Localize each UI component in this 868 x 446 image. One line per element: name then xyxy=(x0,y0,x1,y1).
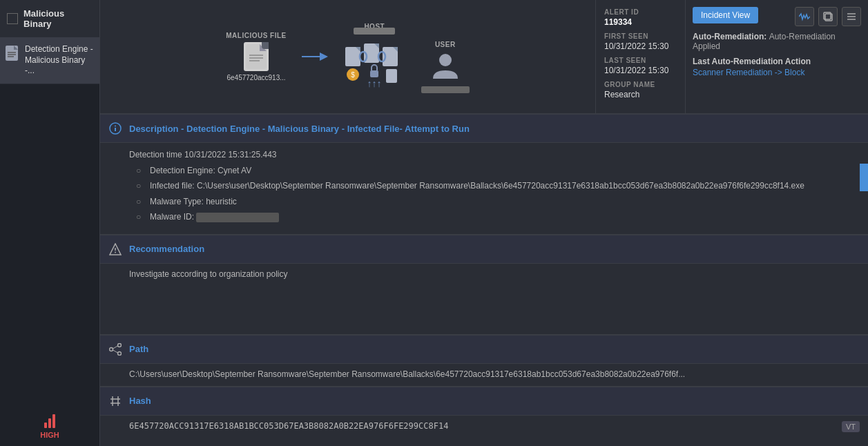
user-avatar xyxy=(433,51,458,81)
svg-line-40 xyxy=(113,346,118,349)
graph-area: MALICIOUS FILE 6e457720acc913... xyxy=(100,0,595,113)
svg-text:↑↑↑: ↑↑↑ xyxy=(367,78,381,88)
user-redacted xyxy=(421,86,470,93)
hash-row: 6E457720ACC91317E6318AB1BCC053D67EA3B808… xyxy=(100,416,868,438)
description-bullets: Detection Engine: Cynet AV Infected file… xyxy=(129,164,847,224)
user-label: USER xyxy=(435,41,456,48)
bullet-2: Infected file: C:\Users\user\Desktop\Sep… xyxy=(136,180,847,193)
vt-badge-area: VT xyxy=(833,416,868,437)
vt-badge[interactable]: VT xyxy=(842,421,860,432)
hash-section: Hash 6E457720ACC91317E6318AB1BCC053D67EA… xyxy=(100,387,868,438)
svg-rect-12 xyxy=(345,47,360,66)
group-name-row: GROUP NAME Research xyxy=(604,81,677,99)
alert-id-label: ALERT ID xyxy=(604,8,677,16)
graph-arrow-1 xyxy=(300,50,328,64)
recommendation-section: Recommendation Investigate according to … xyxy=(100,235,868,335)
last-action-value[interactable]: Scanner Remediation -> Block xyxy=(693,68,804,77)
path-section: Path C:\Users\user\Desktop\September Ran… xyxy=(100,335,868,387)
alert-id-value: 119334 xyxy=(604,17,677,27)
description-title: Description - Detection Engine - Malicio… xyxy=(129,124,470,134)
malicious-file-value: 6e457720acc913... xyxy=(226,74,285,81)
top-panel: MALICIOUS FILE 6e457720acc913... xyxy=(100,0,868,114)
blue-block-indicator xyxy=(860,164,868,191)
last-seen-row: LAST SEEN 10/31/2022 15:30 xyxy=(604,57,677,75)
svg-point-39 xyxy=(118,351,122,355)
svg-point-33 xyxy=(115,126,116,127)
malicious-file-label: MALICIOUS FILE xyxy=(226,32,287,39)
details-area: Description - Detection Engine - Malicio… xyxy=(100,114,868,446)
svg-marker-6 xyxy=(260,44,267,51)
bullet-3: Malware Type: heuristic xyxy=(136,195,847,209)
group-name-label: GROUP NAME xyxy=(604,81,677,88)
path-header: Path xyxy=(100,335,868,364)
high-badge: HIGH xyxy=(7,431,93,439)
first-seen-row: FIRST SEEN 10/31/2022 15:30 xyxy=(604,32,677,51)
malicious-file-icon xyxy=(244,42,269,71)
info-icon xyxy=(108,122,122,135)
user-node: USER xyxy=(421,41,470,93)
hash-header: Hash xyxy=(100,387,868,416)
path-icon xyxy=(108,342,122,356)
svg-rect-5 xyxy=(246,44,267,69)
main-content: MALICIOUS FILE 6e457720acc913... xyxy=(100,0,868,446)
chart-icon xyxy=(7,414,93,428)
hash-text: 6E457720ACC91317E6318AB1BCC053D67EA3B808… xyxy=(129,421,813,431)
first-seen-label: FIRST SEEN xyxy=(604,32,677,40)
sidebar-item-detection-engine[interactable]: Detection Engine - Malicious Binary -... xyxy=(0,37,99,84)
right-panel-header: Incident View xyxy=(693,7,861,26)
svg-point-38 xyxy=(118,343,122,347)
group-name-value: Research xyxy=(604,90,677,99)
svg-point-37 xyxy=(110,347,113,351)
hash-body: 6E457720ACC91317E6318AB1BCC053D67EA3B808… xyxy=(100,416,833,438)
last-action-label: Last Auto-Remediation Action xyxy=(693,57,861,66)
sidebar-item-label: Detection Engine - Malicious Binary -... xyxy=(25,44,94,77)
last-action-row: Last Auto-Remediation Action Scanner Rem… xyxy=(693,57,861,77)
waveform-button[interactable] xyxy=(795,7,814,26)
sidebar-title: Malicious Binary xyxy=(23,8,93,29)
svg-point-25 xyxy=(439,54,452,66)
first-seen-value: 10/31/2022 15:30 xyxy=(604,41,677,51)
alert-info: ALERT ID 119334 FIRST SEEN 10/31/2022 15… xyxy=(595,0,685,113)
description-header: Description - Detection Engine - Malicio… xyxy=(100,114,868,143)
incident-view-button[interactable]: Incident View xyxy=(693,7,758,23)
svg-rect-22 xyxy=(370,70,378,77)
recommendation-text: Investigate according to organization po… xyxy=(129,269,847,279)
recommendation-body: Investigate according to organization po… xyxy=(100,264,868,335)
desc-first-line: Detection time 10/31/2022 15:31:25.443 xyxy=(129,148,847,162)
path-text: C:\Users\user\Desktop\September Ransomwa… xyxy=(129,369,847,379)
sidebar: Malicious Binary Detection Engine - Mali… xyxy=(0,0,100,446)
recommendation-header: Recommendation xyxy=(100,235,868,264)
copy-button[interactable] xyxy=(818,7,838,26)
list-button[interactable] xyxy=(842,7,861,26)
path-body: C:\Users\user\Desktop\September Ransomwa… xyxy=(100,364,868,387)
last-seen-value: 10/31/2022 15:30 xyxy=(604,66,677,75)
auto-remediation-label-text: Auto-Remediation: xyxy=(693,32,766,41)
recommendation-title: Recommendation xyxy=(129,244,204,254)
auto-remediation-label: Auto-Remediation: Auto-Remediation Appli… xyxy=(693,32,861,51)
svg-line-41 xyxy=(113,350,118,353)
hash-icon xyxy=(108,394,122,408)
svg-text:$: $ xyxy=(351,71,355,79)
sidebar-header: Malicious Binary xyxy=(0,0,99,37)
malware-id-redacted xyxy=(196,213,279,222)
description-body: Detection time 10/31/2022 15:31:25.443 D… xyxy=(100,143,868,235)
malware-id-label: Malware ID: xyxy=(150,212,194,222)
bullet-1: Detection Engine: Cynet AV xyxy=(136,164,847,177)
description-section: Description - Detection Engine - Malicio… xyxy=(100,114,868,235)
action-buttons xyxy=(795,7,861,26)
last-seen-label: LAST SEEN xyxy=(604,57,677,64)
right-panel: Incident View xyxy=(685,0,868,113)
auto-remediation-row: Auto-Remediation: Auto-Remediation Appli… xyxy=(693,32,861,51)
chain-svg: $ ↑↑↑ xyxy=(342,33,407,88)
malicious-file-node: MALICIOUS FILE 6e457720acc913... xyxy=(226,32,287,81)
recommendation-icon xyxy=(108,242,122,256)
host-node: HOST xyxy=(342,23,407,91)
hash-title: Hash xyxy=(129,396,151,406)
sidebar-checkbox[interactable] xyxy=(7,13,18,24)
bullet-4: Malware ID: xyxy=(136,211,847,224)
svg-rect-23 xyxy=(386,69,397,83)
svg-point-36 xyxy=(115,251,116,253)
host-icon-group: $ ↑↑↑ xyxy=(342,33,407,88)
file-icon xyxy=(6,46,19,59)
alert-id-row: ALERT ID 119334 xyxy=(604,8,677,27)
